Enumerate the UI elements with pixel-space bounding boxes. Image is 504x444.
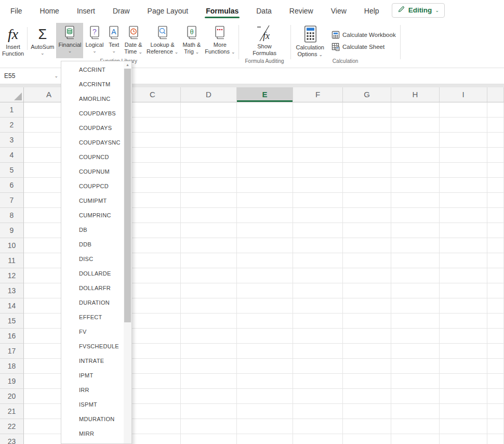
cell[interactable] bbox=[440, 133, 487, 148]
cell[interactable] bbox=[181, 283, 237, 298]
cell[interactable] bbox=[181, 268, 237, 283]
row-header-16[interactable]: 16 bbox=[0, 329, 24, 344]
column-header-f[interactable]: F bbox=[293, 87, 343, 102]
cell[interactable] bbox=[237, 268, 293, 283]
cell[interactable] bbox=[237, 344, 293, 359]
calculate-sheet-button[interactable]: Calculate Sheet bbox=[331, 43, 396, 51]
cell[interactable] bbox=[125, 193, 181, 208]
dropdown-item-coupdays[interactable]: COUPDAYS bbox=[61, 121, 124, 135]
cell[interactable] bbox=[293, 253, 343, 268]
editing-mode-button[interactable]: Editing ⌄ bbox=[392, 3, 445, 18]
cell[interactable] bbox=[181, 238, 237, 253]
menu-tab-insert[interactable]: Insert bbox=[76, 2, 96, 19]
cell[interactable] bbox=[391, 419, 440, 434]
row-header-6[interactable]: 6 bbox=[0, 178, 24, 193]
cell[interactable] bbox=[125, 404, 181, 419]
cell[interactable] bbox=[293, 102, 343, 117]
cell[interactable] bbox=[391, 223, 440, 238]
row-header-12[interactable]: 12 bbox=[0, 268, 24, 283]
cell[interactable] bbox=[440, 314, 487, 329]
row-header-15[interactable]: 15 bbox=[0, 314, 24, 329]
cell[interactable] bbox=[487, 133, 504, 148]
cell[interactable] bbox=[487, 389, 504, 404]
cell[interactable] bbox=[343, 148, 391, 163]
row-header-5[interactable]: 5 bbox=[0, 163, 24, 178]
cell[interactable] bbox=[487, 208, 504, 223]
more-functions-button[interactable]: MoreFunctions ⌄ bbox=[203, 23, 237, 58]
menu-tab-formulas[interactable]: Formulas bbox=[205, 2, 240, 19]
cell[interactable] bbox=[487, 419, 504, 434]
show-formulas-button[interactable]: fx ShowFormulas bbox=[250, 23, 278, 58]
cell[interactable] bbox=[391, 178, 440, 193]
cell[interactable] bbox=[343, 268, 391, 283]
cell[interactable] bbox=[391, 344, 440, 359]
cell[interactable] bbox=[440, 298, 487, 314]
cell[interactable] bbox=[391, 298, 440, 314]
cell[interactable] bbox=[181, 208, 237, 223]
cell[interactable] bbox=[487, 404, 504, 419]
cell[interactable] bbox=[391, 404, 440, 419]
lookup-reference-functions-button[interactable]: Lookup &Reference ⌄ bbox=[144, 23, 180, 58]
dropdown-item-effect[interactable]: EFFECT bbox=[61, 310, 124, 324]
cell[interactable] bbox=[181, 102, 237, 117]
cell[interactable] bbox=[237, 102, 293, 117]
cell[interactable] bbox=[391, 434, 440, 444]
cell[interactable] bbox=[343, 208, 391, 223]
cell[interactable] bbox=[440, 163, 487, 178]
cell[interactable] bbox=[343, 404, 391, 419]
cell[interactable] bbox=[343, 314, 391, 329]
cell[interactable] bbox=[293, 314, 343, 329]
cell[interactable] bbox=[293, 419, 343, 434]
column-header-c[interactable]: C bbox=[125, 87, 181, 102]
cell[interactable] bbox=[181, 163, 237, 178]
cell[interactable] bbox=[125, 238, 181, 253]
dropdown-item-cumipmt[interactable]: CUMIPMT bbox=[61, 193, 124, 208]
date-time-functions-button[interactable]: Date &Time ⌄ bbox=[122, 23, 144, 58]
row-header-4[interactable]: 4 bbox=[0, 148, 24, 163]
insert-function-button[interactable]: fx InsertFunction bbox=[0, 23, 26, 58]
dropdown-item-intrate[interactable]: INTRATE bbox=[61, 354, 124, 368]
cell[interactable] bbox=[487, 238, 504, 253]
dropdown-item-amorlinc[interactable]: AMORLINC bbox=[61, 92, 124, 106]
cell[interactable] bbox=[343, 283, 391, 298]
dropdown-item-coupncd[interactable]: COUPNCD bbox=[61, 150, 124, 164]
cell[interactable] bbox=[125, 329, 181, 344]
dropdown-item-dollarfr[interactable]: DOLLARFR bbox=[61, 281, 124, 295]
cell[interactable] bbox=[293, 344, 343, 359]
cell[interactable] bbox=[440, 253, 487, 268]
cell[interactable] bbox=[391, 268, 440, 283]
cell[interactable] bbox=[125, 389, 181, 404]
cell[interactable] bbox=[293, 374, 343, 389]
column-header-g[interactable]: G bbox=[343, 87, 391, 102]
cell[interactable] bbox=[391, 389, 440, 404]
cell[interactable] bbox=[487, 283, 504, 298]
select-all-corner[interactable] bbox=[0, 87, 24, 102]
cell[interactable] bbox=[181, 419, 237, 434]
cell[interactable] bbox=[237, 329, 293, 344]
dropdown-item-accrintm[interactable]: ACCRINTM bbox=[61, 77, 124, 92]
dropdown-item-mduration[interactable]: MDURATION bbox=[61, 412, 124, 426]
cell[interactable] bbox=[440, 117, 487, 133]
cell[interactable] bbox=[237, 434, 293, 444]
row-header-18[interactable]: 18 bbox=[0, 359, 24, 374]
cell[interactable] bbox=[293, 238, 343, 253]
cell[interactable] bbox=[391, 329, 440, 344]
cell[interactable] bbox=[293, 117, 343, 133]
row-header-9[interactable]: 9 bbox=[0, 223, 24, 238]
row-header-10[interactable]: 10 bbox=[0, 238, 24, 253]
cell[interactable] bbox=[125, 359, 181, 374]
dropdown-item-fvschedule[interactable]: FVSCHEDULE bbox=[61, 339, 124, 354]
cell[interactable] bbox=[440, 238, 487, 253]
cell[interactable] bbox=[487, 314, 504, 329]
cell[interactable] bbox=[487, 374, 504, 389]
cell[interactable] bbox=[487, 434, 504, 444]
row-header-22[interactable]: 22 bbox=[0, 419, 24, 434]
cell[interactable] bbox=[125, 208, 181, 223]
column-header-h[interactable]: H bbox=[391, 87, 440, 102]
cell[interactable] bbox=[343, 223, 391, 238]
cell[interactable] bbox=[125, 163, 181, 178]
cell[interactable] bbox=[487, 193, 504, 208]
cell[interactable] bbox=[391, 193, 440, 208]
math-trig-functions-button[interactable]: θ Math &Trig ⌄ bbox=[180, 23, 203, 58]
cell[interactable] bbox=[391, 133, 440, 148]
